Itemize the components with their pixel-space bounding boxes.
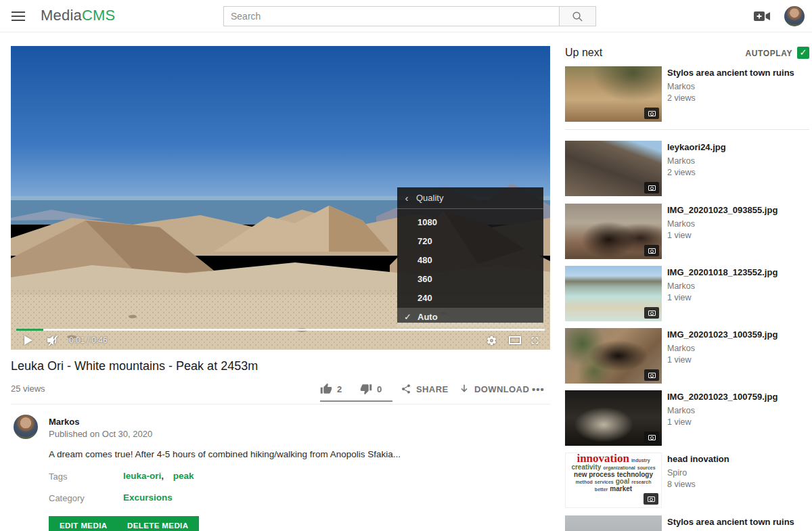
list-item[interactable]: leykaori24.jpgMarkos2 views <box>565 141 809 196</box>
more-actions-button[interactable]: ••• <box>532 379 545 399</box>
list-item[interactable]: IMG_20201023_093855.jpgMarkos1 view <box>565 204 809 259</box>
media-thumbnail <box>565 204 662 259</box>
video-add-icon <box>754 11 771 22</box>
media-thumbnail <box>565 390 662 446</box>
quality-menu-header[interactable]: ‹ Quality <box>397 187 543 209</box>
list-item[interactable]: IMG_20201023_100359.jpgMarkos1 view <box>565 328 809 384</box>
tag-link-leuka-ori[interactable]: leuka-ori <box>123 471 164 481</box>
download-button[interactable]: DOWNLOAD <box>459 379 529 399</box>
media-thumbnail <box>565 266 662 321</box>
play-button[interactable] <box>24 331 32 350</box>
item-title: IMG_20201023_100359.jpg <box>667 329 808 340</box>
item-author: Markos <box>667 82 808 91</box>
category-link[interactable]: Excursions <box>123 492 173 503</box>
photo-media-icon <box>644 369 659 381</box>
sidebar-divider <box>565 129 809 130</box>
logo-cms: CMS <box>82 7 116 24</box>
fullscreen-button[interactable] <box>529 331 541 350</box>
quality-option-1080[interactable]: 1080 <box>397 213 543 232</box>
media-thumbnail: innovation industry creativity organizat… <box>565 453 662 508</box>
quality-menu: ‹ Quality 1080 720 480 360 240 ✓ Auto <box>397 187 543 323</box>
quality-option-720[interactable]: 720 <box>397 232 543 251</box>
autoplay-checkbox[interactable]: ✓ <box>797 47 809 59</box>
search-bar <box>223 6 596 26</box>
quality-menu-title: Quality <box>416 193 443 203</box>
item-title: Stylos area ancient town ruins <box>667 68 808 78</box>
settings-button[interactable] <box>486 331 497 350</box>
gear-icon <box>486 335 497 346</box>
hamburger-menu-icon[interactable] <box>12 9 26 23</box>
player-controls: 0:01 / 0:46 <box>11 331 550 350</box>
dislike-count: 0 <box>377 384 382 394</box>
volume-muted-icon <box>46 334 60 346</box>
list-item[interactable]: IMG_20201018_123552.jpgMarkos1 view <box>565 266 809 321</box>
quality-option-360[interactable]: 360 <box>397 270 543 289</box>
author-name[interactable]: Markos <box>49 417 80 427</box>
published-date: Published on Oct 30, 2020 <box>49 429 152 439</box>
check-icon: ✓ <box>404 308 411 327</box>
tags-label: Tags <box>49 471 67 482</box>
quality-option-240[interactable]: 240 <box>397 289 543 308</box>
item-title: Stylos area ancient town ruins <box>667 517 808 528</box>
theater-mode-button[interactable] <box>509 331 521 350</box>
delete-media-button[interactable]: DELETE MEDIA <box>116 516 199 531</box>
item-views: 8 views <box>667 480 808 489</box>
item-author: Spiro <box>667 468 808 478</box>
item-author: Markos <box>667 406 808 415</box>
media-title: Leuka Ori - White mountains - Peak at 24… <box>11 359 258 373</box>
video-player[interactable]: ‹ Quality 1080 720 480 360 240 ✓ Auto <box>11 46 550 350</box>
share-button[interactable]: SHARE <box>401 379 449 399</box>
item-views: 1 view <box>667 417 808 427</box>
theater-mode-icon <box>509 336 521 344</box>
media-thumbnail <box>565 66 662 122</box>
logo[interactable]: MediaCMS <box>41 7 115 24</box>
media-thumbnail <box>565 515 662 531</box>
upload-media-button[interactable] <box>754 11 771 22</box>
item-views: 2 views <box>667 93 808 103</box>
photo-media-icon <box>644 493 658 505</box>
quality-selected-label: Auto <box>418 312 438 322</box>
up-next-title: Up next <box>565 47 602 59</box>
photo-media-icon <box>644 108 659 119</box>
mute-button[interactable] <box>46 331 60 350</box>
quality-option-auto[interactable]: ✓ Auto <box>397 308 543 327</box>
item-title: IMG_20201018_123552.jpg <box>667 267 808 278</box>
like-count: 2 <box>337 384 342 394</box>
dislike-button[interactable]: 0 <box>360 379 382 399</box>
photo-media-icon <box>644 245 659 256</box>
list-item[interactable]: Stylos area ancient town ruinsMarkos2 vi… <box>565 66 809 122</box>
back-chevron-icon: ‹ <box>397 192 416 204</box>
list-item[interactable]: innovation industry creativity organizat… <box>565 453 809 508</box>
edit-media-button[interactable]: EDIT MEDIA <box>49 516 118 531</box>
list-item[interactable]: Stylos area ancient town ruins <box>565 515 809 531</box>
play-icon <box>24 336 32 345</box>
media-description: A dream comes true! After 4-5 hours of c… <box>49 449 468 459</box>
likes-underline <box>320 400 392 402</box>
tag-link-peak[interactable]: peak <box>173 471 194 481</box>
item-views: 1 view <box>667 355 808 365</box>
download-icon <box>459 384 470 394</box>
item-author: Markos <box>667 219 808 229</box>
list-item[interactable]: IMG_20201023_100759.jpgMarkos1 view <box>565 390 809 446</box>
item-views: 2 views <box>667 168 808 177</box>
time-display: 0:01 / 0:46 <box>69 331 108 350</box>
photo-media-icon <box>644 307 659 319</box>
like-button[interactable]: 2 <box>320 379 342 399</box>
tags-row: leuka-ori peak <box>123 471 201 481</box>
item-views: 1 view <box>667 231 808 240</box>
search-input[interactable] <box>223 6 559 26</box>
author-avatar[interactable] <box>14 415 38 439</box>
search-button[interactable] <box>559 6 596 26</box>
thumb-down-icon <box>360 383 372 395</box>
item-title: head inovation <box>667 454 808 465</box>
media-thumbnail <box>565 328 662 384</box>
search-icon <box>572 11 583 22</box>
category-label: Category <box>49 493 85 503</box>
photo-media-icon <box>644 182 659 193</box>
share-label: SHARE <box>416 384 449 394</box>
item-author: Markos <box>667 156 808 166</box>
up-next-sidebar: Up next AUTOPLAY ✓ Stylos area ancient t… <box>565 0 809 531</box>
user-avatar[interactable] <box>784 6 805 26</box>
item-title: IMG_20201023_093855.jpg <box>667 205 808 216</box>
quality-option-480[interactable]: 480 <box>397 251 543 270</box>
